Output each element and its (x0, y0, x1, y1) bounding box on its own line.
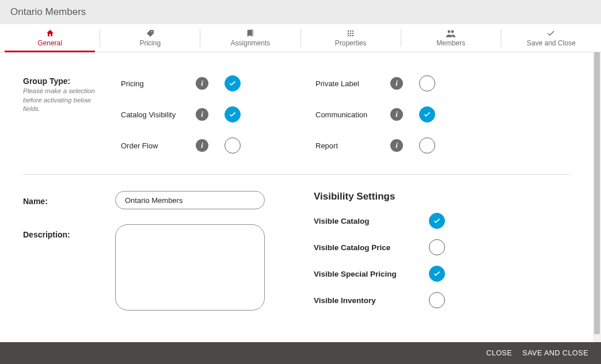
group-type-toggle-report[interactable] (419, 137, 435, 154)
visibility-label: Visible Catalog (314, 217, 429, 225)
group-type-row: Reporti (315, 137, 435, 154)
svg-point-9 (352, 35, 354, 37)
svg-point-11 (451, 30, 454, 33)
tab-pricing[interactable]: Pricing (100, 24, 200, 52)
save-and-close-button[interactable]: SAVE AND CLOSE (523, 349, 588, 357)
svg-point-2 (350, 30, 352, 32)
bookmark-icon (246, 29, 255, 38)
group-type-toggle-pricing[interactable] (225, 75, 241, 91)
tag-icon (146, 29, 155, 38)
svg-point-3 (352, 30, 354, 32)
grid-icon (346, 29, 355, 38)
group-type-label: Private Label (315, 79, 390, 88)
tab-label: Save and Close (527, 39, 576, 47)
group-type-row: Catalog Visibilityi (121, 106, 241, 122)
content-area: Group Type: Please make a selection befo… (0, 52, 593, 342)
group-type-toggle-communication[interactable] (419, 106, 435, 122)
group-type-label: Report (315, 141, 390, 150)
group-type-label: Order Flow (121, 141, 196, 150)
name-label: Name: (23, 191, 115, 206)
svg-point-1 (348, 30, 349, 32)
home-icon (45, 29, 55, 38)
visibility-row: Visible Inventory (314, 292, 570, 308)
group-type-toggle-private-label[interactable] (419, 75, 435, 91)
group-type-label: Catalog Visibility (121, 110, 196, 119)
svg-point-6 (352, 33, 354, 35)
visibility-label: Visible Catalog Price (314, 243, 429, 252)
group-type-label: Communication (315, 110, 390, 119)
visibility-list: Visible CatalogVisible Catalog PriceVisi… (314, 213, 570, 308)
tab-properties[interactable]: Properties (301, 24, 401, 52)
group-type-options: PricingiPrivate LabeliCatalog Visibility… (121, 75, 435, 154)
svg-point-4 (348, 33, 349, 35)
svg-point-10 (448, 30, 451, 33)
group-type-subtitle: Please make a selection before activatin… (23, 87, 98, 114)
group-type-row: Communicationi (315, 106, 435, 122)
info-icon[interactable]: i (196, 139, 208, 152)
group-type-toggle-catalog-visibility[interactable] (225, 106, 241, 122)
tab-assignments[interactable]: Assignments (200, 24, 300, 52)
name-input[interactable] (115, 191, 265, 209)
info-icon[interactable]: i (390, 139, 403, 152)
footer-bar: CLOSE SAVE AND CLOSE (0, 342, 601, 364)
svg-point-0 (151, 31, 152, 32)
svg-point-7 (348, 35, 349, 37)
info-icon[interactable]: i (390, 77, 403, 90)
section-divider (23, 174, 570, 175)
group-type-row: Order Flowi (121, 137, 241, 154)
svg-point-5 (350, 33, 352, 35)
description-label: Description: (23, 224, 115, 239)
svg-point-8 (350, 35, 352, 37)
tab-save-and-close[interactable]: Save and Close (501, 24, 601, 52)
check-icon (546, 29, 556, 38)
group-type-row: Pricingi (121, 75, 241, 91)
visibility-label: Visible Inventory (314, 296, 429, 305)
group-type-section: Group Type: Please make a selection befo… (23, 75, 570, 154)
tab-label: General (37, 39, 62, 47)
scrollbar-thumb[interactable] (594, 52, 600, 334)
title-bar: Ontario Members (0, 0, 601, 24)
scrollbar[interactable] (593, 52, 601, 342)
tab-general[interactable]: General (0, 24, 100, 52)
tab-label: Assignments (231, 39, 271, 47)
page-title: Ontario Members (10, 6, 86, 18)
visibility-toggle-visible-special-pricing[interactable] (429, 266, 445, 282)
people-icon (446, 29, 456, 38)
tab-bar: GeneralPricingAssignmentsPropertiesMembe… (0, 24, 601, 52)
group-type-toggle-order-flow[interactable] (225, 137, 241, 154)
description-textarea[interactable] (115, 224, 265, 311)
visibility-row: Visible Catalog (314, 213, 570, 229)
info-icon[interactable]: i (196, 108, 208, 121)
tab-label: Properties (335, 39, 367, 47)
tab-members[interactable]: Members (401, 24, 501, 52)
tab-label: Members (436, 39, 465, 47)
group-type-label: Pricing (121, 79, 196, 88)
visibility-toggle-visible-catalog-price[interactable] (429, 239, 445, 255)
visibility-toggle-visible-inventory[interactable] (429, 292, 445, 308)
visibility-row: Visible Catalog Price (314, 239, 570, 255)
visibility-settings-title: Visibility Settings (314, 191, 570, 202)
group-type-title: Group Type: (23, 76, 98, 86)
visibility-toggle-visible-catalog[interactable] (429, 213, 445, 229)
info-icon[interactable]: i (196, 77, 208, 90)
close-button[interactable]: CLOSE (486, 349, 512, 357)
tab-label: Pricing (139, 39, 161, 47)
info-icon[interactable]: i (390, 108, 403, 121)
group-type-row: Private Labeli (315, 75, 435, 91)
visibility-label: Visible Special Pricing (314, 270, 429, 278)
visibility-row: Visible Special Pricing (314, 266, 570, 282)
